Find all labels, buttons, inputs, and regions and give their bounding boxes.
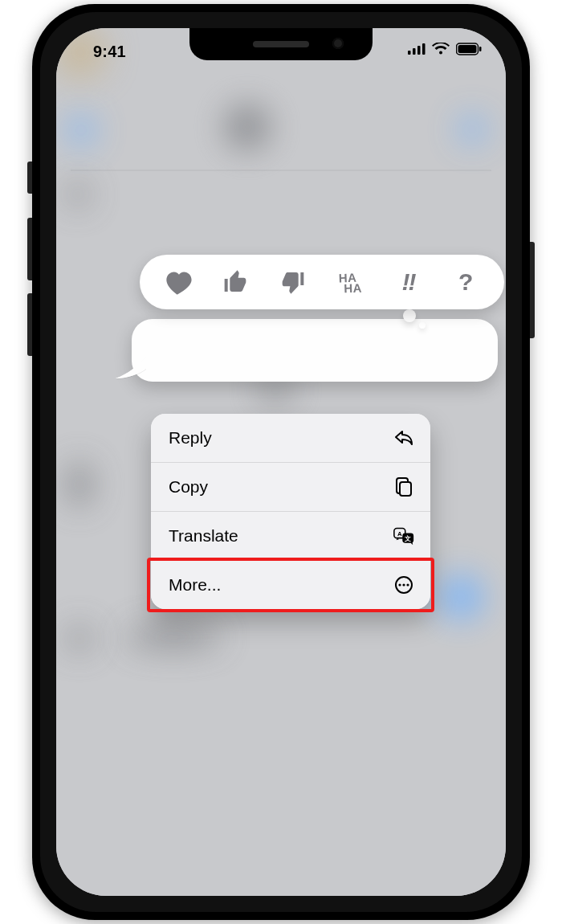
svg-point-13 [398, 583, 401, 586]
tapback-question[interactable]: ? [449, 265, 483, 299]
mute-switch [27, 161, 32, 194]
svg-rect-0 [408, 51, 411, 55]
svg-text:文: 文 [404, 535, 411, 542]
cellular-icon [408, 43, 426, 55]
svg-rect-7 [400, 482, 411, 496]
front-camera [332, 38, 344, 49]
tapback-exclaim[interactable]: !! [391, 265, 425, 299]
iphone-screen: 9:41 [56, 28, 506, 896]
svg-text:A: A [397, 530, 402, 538]
notch [189, 28, 373, 60]
menu-item-translate[interactable]: Translate A 文 [151, 512, 430, 560]
reply-icon [393, 427, 414, 448]
menu-item-label: Copy [169, 477, 208, 497]
question-text: ? [458, 268, 473, 296]
menu-item-label: Translate [169, 526, 238, 546]
svg-rect-3 [422, 43, 426, 55]
svg-rect-2 [417, 46, 421, 55]
volume-up-button [27, 218, 32, 280]
menu-item-label: Reply [169, 428, 212, 448]
status-time: 9:41 [93, 43, 126, 61]
message-context-menu: Reply Copy Translate [151, 414, 430, 609]
menu-item-more[interactable]: More... [151, 561, 430, 609]
volume-down-button [27, 293, 32, 356]
selected-message-bubble[interactable] [112, 319, 498, 382]
svg-rect-6 [479, 47, 482, 51]
svg-point-14 [402, 583, 405, 586]
bubble-tail [114, 353, 146, 380]
power-button [530, 242, 535, 338]
tapback-thumbs-up[interactable] [218, 265, 252, 299]
menu-item-reply[interactable]: Reply [151, 414, 430, 462]
menu-item-copy[interactable]: Copy [151, 463, 430, 511]
svg-point-15 [406, 583, 409, 586]
battery-icon [456, 43, 482, 55]
menu-item-label: More... [169, 575, 221, 595]
translate-icon: A 文 [393, 525, 414, 546]
tapback-tail-dot-small [419, 322, 426, 329]
more-icon [393, 574, 414, 595]
haha-text-bottom: HA [344, 282, 362, 293]
tapback-tail-dot [403, 309, 416, 322]
iphone-frame: 9:41 [32, 4, 530, 920]
exclaim-text: !! [401, 268, 414, 296]
iphone-bezel: 9:41 [40, 12, 522, 912]
tapback-thumbs-down[interactable] [276, 265, 310, 299]
svg-rect-1 [413, 48, 416, 55]
speaker-grille [253, 41, 309, 47]
svg-rect-5 [458, 45, 477, 53]
copy-icon [393, 476, 414, 497]
tapback-bar: HA HA !! ? [140, 255, 504, 309]
tapback-heart[interactable] [161, 265, 195, 299]
wifi-icon [432, 43, 450, 55]
tapback-haha[interactable]: HA HA [334, 265, 368, 299]
